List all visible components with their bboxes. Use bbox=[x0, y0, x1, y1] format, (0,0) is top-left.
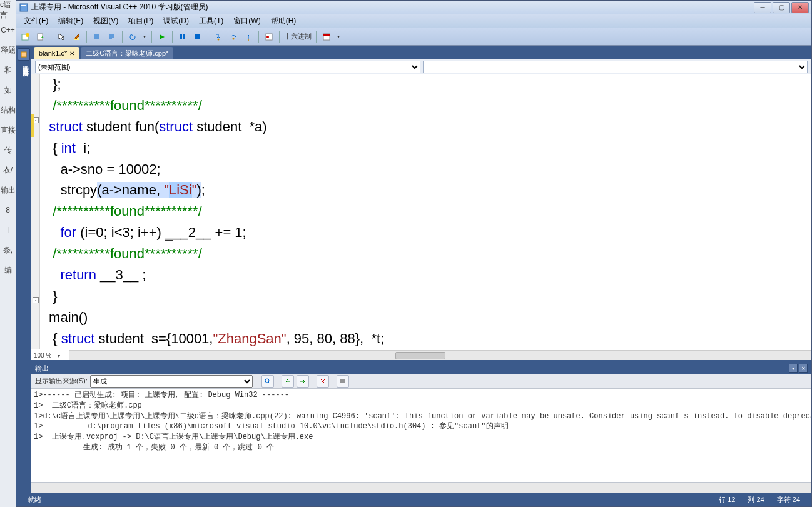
body-area: 解决方案资源管理器 blank1.c*✕二级C语言：梁咏老师.cpp* (未知范… bbox=[16, 46, 811, 493]
modified-line-marker bbox=[31, 114, 34, 137]
vertical-toolstrip: 解决方案资源管理器 bbox=[16, 46, 31, 493]
navigation-bar: (未知范围) bbox=[31, 59, 811, 74]
editor-horizontal-scrollbar[interactable] bbox=[69, 350, 811, 360]
svg-rect-1 bbox=[21, 5, 26, 6]
svg-text:+: + bbox=[41, 34, 44, 40]
step-into-icon[interactable] bbox=[211, 30, 225, 44]
background-fragment: 输出 bbox=[0, 180, 16, 200]
svg-rect-0 bbox=[20, 4, 28, 11]
menu-item[interactable]: 帮助(H) bbox=[266, 14, 302, 28]
main-window: 上课专用 - Microsoft Visual C++ 2010 学习版(管理员… bbox=[16, 0, 812, 507]
background-fragment: i bbox=[0, 220, 16, 240]
svg-point-3 bbox=[26, 33, 29, 37]
break-all-icon[interactable] bbox=[176, 30, 190, 44]
editor-column: blank1.c*✕二级C语言：梁咏老师.cpp* (未知范围) - - }; … bbox=[31, 46, 811, 493]
step-out-icon[interactable] bbox=[241, 30, 255, 44]
breakpoints-window-icon[interactable] bbox=[262, 30, 276, 44]
app-icon bbox=[19, 3, 29, 13]
background-fragment: c语言 bbox=[0, 0, 16, 20]
zoom-level: 100 % bbox=[34, 352, 51, 359]
run-button[interactable] bbox=[155, 30, 169, 44]
menu-item[interactable]: 编辑(E) bbox=[53, 14, 88, 28]
next-message-icon[interactable] bbox=[297, 375, 309, 388]
svg-rect-22 bbox=[323, 34, 330, 36]
svg-rect-13 bbox=[180, 34, 182, 39]
background-fragment: 直接 bbox=[0, 120, 16, 140]
background-fragment: 传 bbox=[0, 140, 16, 160]
svg-point-18 bbox=[248, 39, 249, 41]
hex-label: 十六进制 bbox=[283, 32, 313, 41]
member-dropdown[interactable] bbox=[423, 61, 808, 73]
background-fragment: 释题 bbox=[0, 40, 16, 60]
background-fragment: 8 bbox=[0, 200, 16, 220]
zoom-dropdown[interactable]: ▾ bbox=[58, 353, 60, 359]
document-tab[interactable]: blank1.c*✕ bbox=[34, 47, 79, 59]
scope-dropdown[interactable]: (未知范围) bbox=[35, 61, 420, 73]
new-project-icon[interactable] bbox=[19, 30, 33, 44]
menu-item[interactable]: 调试(D) bbox=[158, 14, 194, 28]
document-tab[interactable]: 二级C语言：梁咏老师.cpp* bbox=[81, 47, 173, 59]
status-ready: 就绪 bbox=[21, 495, 48, 504]
output-source-label: 显示输出来源(S): bbox=[35, 376, 88, 386]
menu-item[interactable]: 项目(P) bbox=[123, 14, 158, 28]
menu-item[interactable]: 视图(V) bbox=[88, 14, 123, 28]
svg-rect-15 bbox=[195, 34, 200, 39]
menu-item[interactable]: 窗口(W) bbox=[228, 14, 265, 28]
background-fragment: 条, bbox=[0, 240, 16, 260]
background-fragment: 结构 bbox=[0, 100, 16, 120]
comment-icon[interactable] bbox=[90, 30, 104, 44]
undo-dropdown[interactable]: ▾ bbox=[141, 30, 148, 44]
status-col: 列 24 bbox=[741, 495, 770, 504]
code-text[interactable]: }; /**********found**********/ struct st… bbox=[43, 74, 811, 349]
status-line: 行 12 bbox=[713, 495, 741, 504]
add-item-icon[interactable]: + bbox=[34, 30, 48, 44]
menu-item[interactable]: 工具(T) bbox=[194, 14, 228, 28]
clear-all-icon[interactable] bbox=[317, 375, 329, 388]
output-window-dropdown[interactable]: ▾ bbox=[335, 30, 342, 44]
undo-icon[interactable] bbox=[126, 30, 140, 44]
solution-explorer-icon[interactable] bbox=[18, 48, 30, 61]
stop-icon[interactable] bbox=[191, 30, 205, 44]
window-title: 上课专用 - Microsoft Visual C++ 2010 学习版(管理员… bbox=[31, 2, 754, 13]
cursor-icon[interactable] bbox=[54, 30, 68, 44]
step-over-icon[interactable] bbox=[226, 30, 240, 44]
svg-point-16 bbox=[218, 38, 220, 40]
output-title: 输出 bbox=[35, 364, 49, 373]
minimize-button[interactable]: ─ bbox=[754, 2, 771, 13]
toolbar: + ▾ 十六进制 ▾ bbox=[16, 28, 811, 46]
prev-message-icon[interactable] bbox=[282, 375, 294, 388]
find-message-icon[interactable] bbox=[261, 375, 274, 388]
document-tabs: blank1.c*✕二级C语言：梁咏老师.cpp* bbox=[31, 46, 811, 59]
output-window-icon[interactable] bbox=[320, 30, 333, 44]
status-char: 字符 24 bbox=[771, 495, 806, 504]
svg-point-17 bbox=[233, 38, 235, 39]
uncomment-icon[interactable] bbox=[105, 30, 119, 44]
panel-close-button[interactable]: ✕ bbox=[799, 364, 808, 373]
output-source-dropdown[interactable]: 生成 bbox=[90, 375, 253, 388]
background-fragment: 衣/ bbox=[0, 160, 16, 180]
tab-close-icon[interactable]: ✕ bbox=[69, 50, 74, 57]
fold-toggle[interactable]: - bbox=[33, 297, 39, 303]
menu-item[interactable]: 文件(F) bbox=[19, 14, 53, 28]
output-horizontal-scrollbar[interactable] bbox=[31, 483, 811, 493]
tab-label: 二级C语言：梁咏老师.cpp* bbox=[86, 49, 168, 58]
highlight-icon[interactable] bbox=[69, 30, 83, 44]
code-editor[interactable]: - - }; /**********found**********/ struc… bbox=[31, 74, 811, 360]
close-button[interactable]: ✕ bbox=[791, 2, 809, 13]
menu-bar: 文件(F)编辑(E)视图(V)项目(P)调试(D)工具(T)窗口(W)帮助(H) bbox=[16, 14, 811, 28]
maximize-button[interactable]: ▢ bbox=[773, 2, 790, 13]
titlebar: 上课专用 - Microsoft Visual C++ 2010 学习版(管理员… bbox=[16, 1, 811, 14]
output-text[interactable]: 1>------ 已启动生成: 项目: 上课专用, 配置: Debug Win3… bbox=[31, 389, 811, 483]
toggle-wrap-icon[interactable] bbox=[337, 375, 349, 388]
background-fragment: 和 bbox=[0, 60, 16, 80]
svg-rect-14 bbox=[183, 34, 185, 39]
status-bar: 就绪 行 12 列 24 字符 24 bbox=[16, 493, 811, 506]
background-fragment: 编 bbox=[0, 260, 16, 280]
panel-menu-button[interactable]: ▾ bbox=[789, 364, 798, 373]
background-app-strip: c语言C++释题和如结构直接 传衣/输出 8 i条,编 bbox=[0, 0, 16, 507]
background-fragment: C++ bbox=[0, 20, 16, 40]
background-fragment: 如 bbox=[0, 80, 16, 100]
svg-rect-23 bbox=[21, 52, 26, 57]
tab-label: blank1.c* bbox=[39, 49, 67, 57]
output-toolbar: 显示输出来源(S): 生成 bbox=[31, 374, 811, 389]
